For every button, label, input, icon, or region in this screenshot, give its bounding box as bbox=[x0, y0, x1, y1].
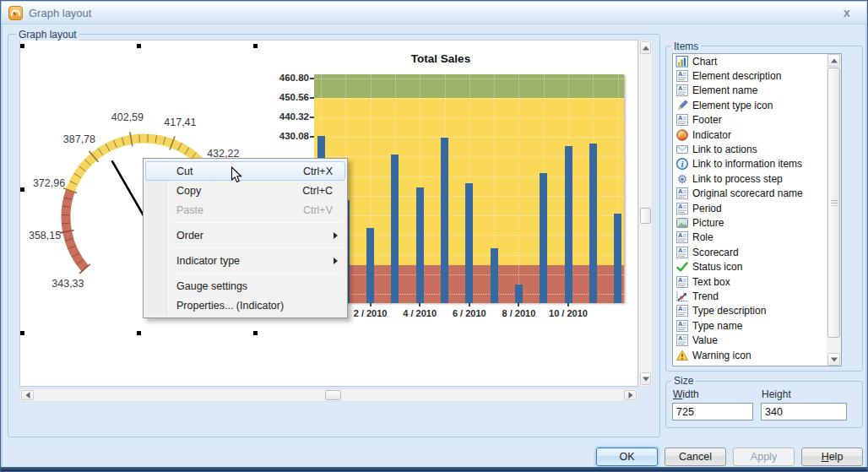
y-axis-label: 460.80 bbox=[272, 73, 309, 83]
indicator-icon bbox=[675, 128, 690, 142]
list-item-value[interactable]: AValue bbox=[673, 333, 841, 347]
scroll-left-button[interactable] bbox=[21, 390, 34, 400]
list-item-label: Element name bbox=[692, 84, 757, 96]
list-item-element-type-icon[interactable]: Element type icon bbox=[673, 98, 841, 112]
selection-handle[interactable] bbox=[137, 331, 141, 335]
ok-button[interactable]: OK bbox=[596, 448, 658, 466]
svg-text:372,96: 372,96 bbox=[33, 177, 65, 189]
selection-handle[interactable] bbox=[20, 44, 24, 48]
apply-button[interactable]: Apply bbox=[733, 448, 795, 466]
canvas-vscrollbar[interactable] bbox=[638, 40, 653, 387]
gear-icon: ⚙ bbox=[675, 172, 690, 186]
list-item-type-description[interactable]: AType description bbox=[673, 304, 841, 318]
context-menu: CutCtrl+XCopyCtrl+CPasteCtrl+VOrderIndic… bbox=[143, 158, 348, 318]
bar-month-2 bbox=[366, 228, 374, 303]
svg-text:A: A bbox=[678, 232, 683, 240]
bar-month-11 bbox=[589, 144, 597, 303]
items-list-scrollbar[interactable] bbox=[827, 54, 841, 366]
list-item-link-to-information-items[interactable]: iLink to information items bbox=[673, 157, 841, 171]
scroll-right-button[interactable] bbox=[624, 390, 637, 400]
title-bar[interactable]: Graph layout x bbox=[2, 2, 866, 24]
list-item-label: Type description bbox=[692, 305, 766, 317]
y-axis-label: 430.08 bbox=[272, 131, 309, 141]
help-button[interactable]: Help bbox=[801, 448, 863, 466]
arrow-up-icon bbox=[643, 46, 649, 50]
list-item-link-to-process-step[interactable]: ⚙Link to process step bbox=[673, 171, 841, 186]
list-item-warning-icon[interactable]: Warning icon bbox=[673, 348, 841, 362]
selection-handle[interactable] bbox=[253, 331, 258, 335]
bar-chart-icon bbox=[675, 55, 690, 68]
list-item-label: Link to information items bbox=[692, 158, 802, 170]
menu-item-properties-indicator[interactable]: Properties... (Indicator) bbox=[145, 296, 345, 315]
list-item-status-icon[interactable]: Status icon bbox=[673, 259, 841, 274]
canvas-hscrollbar[interactable] bbox=[19, 388, 638, 402]
picture-icon bbox=[675, 216, 690, 230]
scroll-up-button[interactable] bbox=[640, 41, 651, 54]
x-axis-label: 2 / 2010 bbox=[354, 308, 388, 318]
bar-month-5 bbox=[441, 138, 448, 303]
list-item-trend[interactable]: Trend bbox=[673, 289, 841, 303]
list-item-label: Trend bbox=[692, 290, 719, 302]
submenu-arrow-icon bbox=[334, 232, 338, 239]
list-item-indicator[interactable]: Indicator bbox=[673, 127, 841, 142]
arrow-right-icon bbox=[628, 392, 632, 399]
list-item-label: Warning icon bbox=[692, 350, 751, 361]
items-group-label: Items bbox=[671, 41, 701, 52]
items-listbox[interactable]: ChartAElement descriptionAElement nameEl… bbox=[672, 53, 842, 366]
list-item-scorecard[interactable]: AScorecard bbox=[673, 245, 841, 259]
items-scroll-thumb[interactable] bbox=[827, 68, 840, 338]
total-sales-chart[interactable]: Total Sales 460.80450.56440.32430.0812 /… bbox=[314, 74, 624, 303]
cancel-button[interactable]: Cancel bbox=[665, 448, 726, 466]
menu-item-indicator-type[interactable]: Indicator type bbox=[145, 251, 345, 270]
list-item-picture[interactable]: Picture bbox=[673, 215, 841, 230]
hscroll-thumb[interactable] bbox=[325, 390, 341, 400]
menu-item-cut[interactable]: CutCtrl+X bbox=[145, 161, 345, 181]
selection-handle[interactable] bbox=[20, 331, 24, 335]
list-item-label: Period bbox=[692, 203, 722, 214]
menu-item-copy[interactable]: CopyCtrl+C bbox=[145, 181, 345, 200]
scroll-up-button[interactable] bbox=[827, 54, 840, 67]
list-item-type-name[interactable]: AType name bbox=[673, 318, 841, 333]
width-label: Width bbox=[673, 388, 699, 400]
list-item-chart[interactable]: Chart bbox=[673, 54, 841, 68]
gauge-app-icon bbox=[8, 6, 23, 20]
text-icon: A bbox=[675, 334, 690, 347]
list-item-link-to-actions[interactable]: Link to actions bbox=[673, 142, 841, 156]
scroll-down-button[interactable] bbox=[827, 353, 840, 366]
bar-month-6 bbox=[465, 183, 473, 303]
selection-handle[interactable] bbox=[253, 44, 258, 48]
svg-text:387,78: 387,78 bbox=[63, 133, 95, 145]
list-item-text-box[interactable]: AText box bbox=[673, 274, 841, 289]
menu-item-order[interactable]: Order bbox=[145, 225, 345, 245]
list-item-label: Value bbox=[692, 334, 718, 346]
y-axis-tick bbox=[310, 97, 314, 99]
height-field[interactable] bbox=[761, 403, 847, 420]
width-field[interactable] bbox=[672, 403, 753, 420]
selection-handle[interactable] bbox=[137, 44, 141, 48]
menu-item-label: Properties... (Indicator) bbox=[176, 296, 284, 314]
close-icon[interactable]: x bbox=[838, 5, 856, 20]
list-item-role[interactable]: ARole bbox=[673, 231, 841, 245]
menu-item-shortcut: Ctrl+C bbox=[302, 182, 333, 199]
menu-separator bbox=[171, 273, 344, 274]
text-icon: A bbox=[675, 84, 690, 97]
list-item-footer[interactable]: AFooter bbox=[673, 113, 841, 127]
chart-title: Total Sales bbox=[411, 52, 470, 65]
menu-item-paste[interactable]: PasteCtrl+V bbox=[145, 200, 345, 220]
info-icon: i bbox=[675, 157, 690, 171]
scroll-down-button[interactable] bbox=[640, 372, 651, 385]
list-item-period[interactable]: APeriod bbox=[673, 201, 841, 215]
list-item-original-scorecard-name[interactable]: AOriginal scorecard name bbox=[673, 187, 841, 201]
menu-item-label: Paste bbox=[176, 201, 203, 219]
submenu-arrow-icon bbox=[334, 258, 338, 264]
y-axis-label: 440.32 bbox=[272, 111, 309, 122]
vscroll-thumb[interactable] bbox=[640, 208, 651, 224]
x-axis-tick bbox=[469, 303, 470, 307]
list-item-element-name[interactable]: AElement name bbox=[673, 84, 841, 98]
menu-item-gauge-settings[interactable]: Gauge settings bbox=[145, 276, 345, 296]
text-icon: A bbox=[675, 231, 690, 244]
selection-handle[interactable] bbox=[20, 187, 24, 192]
list-item-element-description[interactable]: AElement description bbox=[673, 68, 841, 83]
x-axis-tick bbox=[518, 303, 519, 307]
menu-item-label: Copy bbox=[176, 182, 201, 199]
